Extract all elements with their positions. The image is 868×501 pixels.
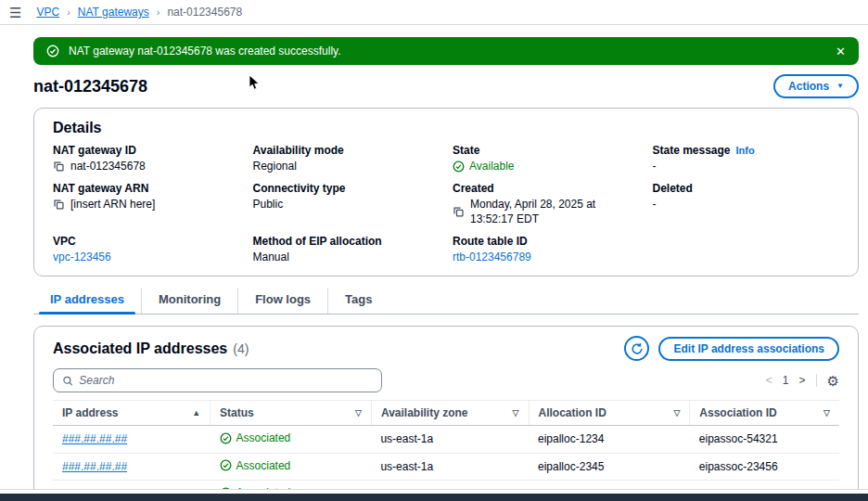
sort-icon: ▽: [513, 408, 519, 418]
association-id-cell: eipassoc-54321: [699, 432, 778, 445]
next-page-icon[interactable]: >: [799, 374, 806, 387]
sort-asc-icon: ▲: [192, 408, 200, 418]
copy-icon[interactable]: [53, 199, 65, 211]
sort-icon: ▽: [823, 408, 830, 418]
footer-bar: [0, 494, 868, 501]
nat-gateway-arn-value: [insert ARN here]: [70, 197, 155, 212]
nat-gateway-id-value: nat-012345678: [70, 159, 146, 173]
tab-ip-addresses[interactable]: IP addresses: [33, 288, 141, 314]
route-table-link[interactable]: rtb-0123456789: [453, 250, 531, 264]
info-link[interactable]: Info: [736, 144, 755, 157]
tab-tags[interactable]: Tags: [327, 288, 389, 314]
ip-table-title: Associated IP addresses (4): [53, 340, 249, 357]
field-eip-allocation-method: Method of EIP allocation Manual: [253, 235, 440, 264]
ip-addresses-table: IP address▲ Status▽ Availability zone▽ A…: [53, 400, 839, 501]
column-label: Availability zone: [381, 406, 468, 419]
deleted-value: -: [653, 197, 657, 212]
field-vpc: VPC vpc-123456: [53, 235, 240, 264]
pagination: < 1 > ⚙: [766, 374, 839, 388]
field-label: NAT gateway ID: [53, 144, 240, 157]
success-check-icon: [46, 45, 59, 58]
footer: [0, 489, 868, 501]
status-check-icon: [220, 432, 232, 444]
field-label: NAT gateway ARN: [53, 182, 240, 195]
column-label: IP address: [62, 406, 118, 419]
sort-icon: ▽: [355, 408, 362, 418]
field-label: Connectivity type: [253, 182, 440, 195]
menu-icon[interactable]: ☰: [9, 6, 21, 19]
column-header-availability-zone[interactable]: Availability zone▽: [371, 401, 529, 426]
banner-message: NAT gateway nat-012345678 was created su…: [69, 45, 341, 58]
close-icon[interactable]: ✕: [836, 45, 846, 58]
column-header-status[interactable]: Status▽: [211, 401, 372, 426]
mouse-cursor-icon: [249, 74, 260, 91]
column-header-allocation-id[interactable]: Allocation ID▽: [529, 401, 690, 426]
field-label: State message: [653, 144, 731, 157]
page-number[interactable]: 1: [783, 374, 789, 387]
ip-count-badge: (4): [233, 341, 249, 356]
status-check-icon: [220, 459, 232, 471]
breadcrumb-separator-icon: ›: [67, 6, 70, 18]
field-connectivity-type: Connectivity type Public: [253, 182, 440, 226]
status-check-icon: [453, 161, 465, 173]
field-nat-gateway-id: NAT gateway ID nat-012345678: [53, 144, 240, 173]
column-header-ip-address[interactable]: IP address▲: [53, 401, 211, 426]
connectivity-type-value: Public: [253, 197, 284, 212]
edit-ip-associations-button[interactable]: Edit IP address associations: [658, 337, 839, 361]
column-label: Allocation ID: [539, 406, 606, 419]
tab-monitoring[interactable]: Monitoring: [141, 288, 237, 314]
availability-mode-value: Regional: [253, 159, 297, 173]
details-title: Details: [53, 120, 839, 136]
breadcrumb: VPC › NAT gateways › nat-012345678: [36, 6, 242, 19]
field-label: Deleted: [653, 182, 840, 195]
search-icon: [62, 375, 73, 387]
field-label: VPC: [53, 235, 240, 248]
field-label: Method of EIP allocation: [253, 235, 440, 248]
eip-allocation-method-value: Manual: [253, 250, 289, 264]
refresh-button[interactable]: [624, 336, 649, 361]
field-label: Created: [453, 182, 640, 195]
table-header-row: IP address▲ Status▽ Availability zone▽ A…: [53, 401, 839, 426]
sort-icon: ▽: [673, 408, 680, 418]
state-value: Available: [469, 159, 514, 173]
allocation-id-cell: eipalloc-1234: [538, 432, 604, 445]
ip-address-link[interactable]: ###.##.##.##: [62, 460, 127, 473]
actions-button[interactable]: Actions ▼: [773, 74, 859, 98]
table-row: ###.##.##.## Associated us-east-1a eipal…: [53, 453, 839, 481]
gear-icon[interactable]: ⚙: [827, 374, 839, 388]
field-label: Availability mode: [253, 144, 440, 157]
pager-divider: [816, 374, 817, 387]
field-availability-mode: Availability mode Regional: [253, 144, 440, 173]
association-id-cell: eipassoc-23456: [699, 460, 778, 473]
search-input[interactable]: [79, 374, 373, 387]
column-label: Association ID: [699, 406, 776, 419]
availability-zone-cell: us-east-1a: [380, 460, 433, 473]
previous-page-icon[interactable]: <: [766, 374, 772, 387]
field-created: Created Monday, April 28, 2025 at 13:52:…: [453, 182, 640, 226]
breadcrumb-nat-gateways[interactable]: NAT gateways: [78, 6, 149, 19]
success-banner: NAT gateway nat-012345678 was created su…: [33, 37, 859, 65]
vpc-link[interactable]: vpc-123456: [53, 250, 111, 264]
field-label: State: [453, 144, 640, 157]
copy-icon[interactable]: [453, 206, 465, 218]
state-message-value: -: [653, 159, 657, 173]
tab-flow-logs[interactable]: Flow logs: [237, 288, 327, 314]
status-badge: Associated: [236, 459, 291, 472]
column-header-association-id[interactable]: Association ID▽: [690, 401, 839, 426]
ip-address-link[interactable]: ###.##.##.##: [62, 432, 127, 445]
edit-ip-associations-label: Edit IP address associations: [673, 342, 824, 355]
breadcrumb-separator-icon: ›: [157, 6, 160, 18]
field-nat-gateway-arn: NAT gateway ARN [insert ARN here]: [53, 182, 240, 226]
copy-icon[interactable]: [53, 161, 65, 173]
breadcrumb-current: nat-012345678: [167, 6, 242, 19]
allocation-id-cell: eipalloc-2345: [538, 460, 604, 473]
search-box: [53, 368, 382, 392]
field-empty: [653, 235, 840, 264]
associated-ip-card: Associated IP addresses (4) Edit IP addr…: [33, 326, 859, 501]
availability-zone-cell: us-east-1a: [380, 432, 433, 445]
refresh-icon: [631, 342, 644, 355]
actions-button-label: Actions: [788, 80, 829, 93]
field-deleted: Deleted -: [653, 182, 840, 226]
created-value: Monday, April 28, 2025 at 13:52:17 EDT: [470, 197, 640, 226]
breadcrumb-vpc[interactable]: VPC: [36, 6, 59, 19]
